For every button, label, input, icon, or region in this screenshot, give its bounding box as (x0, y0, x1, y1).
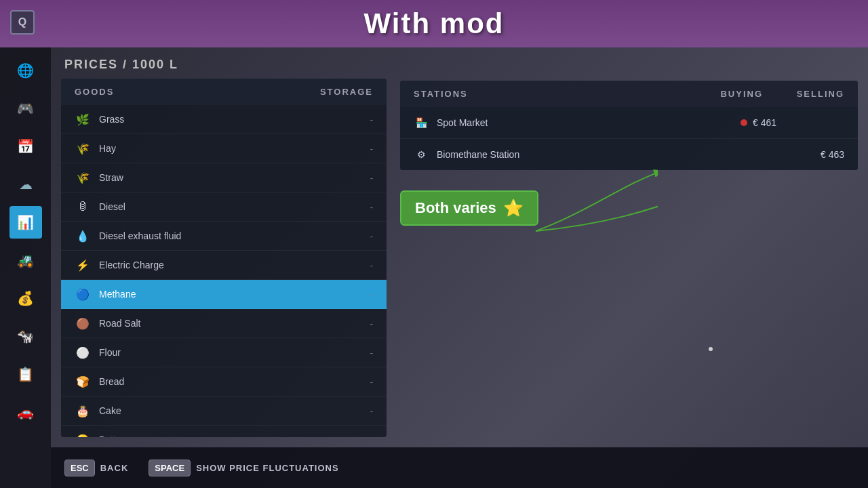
left-panel: PRICES / 1000 L GOODS STORAGE 🌿 Grass - … (61, 58, 387, 437)
goods-item[interactable]: 🌾 Hay - (61, 134, 387, 163)
sidebar-item-chart-icon[interactable]: 📊 (9, 206, 42, 239)
goods-item[interactable]: 🌿 Grass - (61, 105, 387, 134)
sidebar: 🌐🎮📅☁📊🚜💰🐄📋🚗 (0, 47, 51, 488)
goods-item[interactable]: 🟡 Butter - (61, 426, 387, 437)
goods-name: Road Salt (99, 318, 370, 329)
goods-item[interactable]: 🟤 Road Salt - (61, 309, 387, 338)
star-icon: ⭐ (503, 199, 524, 218)
goods-item[interactable]: 🌾 Straw - (61, 163, 387, 192)
goods-icon: 🌾 (75, 169, 91, 186)
sidebar-item-tractor-icon[interactable]: 🚜 (9, 244, 42, 277)
goods-name: Methane (99, 289, 370, 300)
goods-icon: 💧 (75, 228, 91, 244)
goods-name: Flour (99, 347, 370, 358)
goods-name: Straw (99, 172, 370, 183)
stations-table: STATIONS BUYING SELLING 🏪 Spot Market € … (400, 81, 858, 170)
station-row[interactable]: 🏪 Spot Market € 461 (400, 107, 858, 139)
goods-storage: - (370, 173, 373, 183)
sidebar-item-cow-icon[interactable]: 🐄 (9, 320, 42, 352)
sidebar-item-cloud-icon[interactable]: ☁ (9, 168, 42, 201)
station-icon: 🏪 (414, 115, 429, 130)
goods-icon: 🌿 (75, 111, 91, 127)
panel-title: PRICES / 1000 L (61, 58, 387, 72)
goods-storage: - (370, 289, 373, 300)
station-buying: € 461 (695, 117, 776, 128)
station-icon: ⚙ (414, 147, 429, 162)
sidebar-item-wheel-icon[interactable]: 🎮 (9, 92, 42, 125)
goods-storage: - (370, 260, 373, 270)
q-button[interactable]: Q (10, 10, 35, 35)
goods-icon: 🍞 (75, 373, 91, 390)
both-varies-text: Both varies (415, 199, 496, 217)
station-selling: € 463 (776, 149, 844, 160)
buying-dot (741, 119, 747, 126)
goods-icon: 🔵 (75, 286, 91, 302)
selling-col-header: SELLING (790, 89, 844, 99)
goods-name: Cake (99, 405, 370, 416)
goods-storage: - (370, 348, 373, 358)
goods-col-header: GOODS (75, 87, 114, 97)
goods-icon: ⚡ (75, 257, 91, 273)
goods-name: Grass (99, 114, 370, 125)
station-row[interactable]: ⚙ Biomethane Station € 463 (400, 139, 858, 170)
goods-icon: 🌾 (75, 140, 91, 157)
right-panel: STATIONS BUYING SELLING 🏪 Spot Market € … (400, 58, 858, 437)
space-action: SPACE SHOW PRICE FLUCTUATIONS (149, 460, 338, 476)
sidebar-item-dollar-icon[interactable]: 💰 (9, 282, 42, 314)
goods-header: GOODS STORAGE (61, 79, 387, 105)
goods-storage: - (370, 406, 373, 416)
page-title: With mod (364, 7, 505, 40)
goods-storage: - (370, 319, 373, 329)
bottom-bar: ESC BACK SPACE SHOW PRICE FLUCTUATIONS (51, 447, 868, 488)
esc-key[interactable]: ESC (64, 460, 95, 476)
goods-storage: - (370, 202, 373, 212)
goods-name: Bread (99, 376, 370, 387)
top-bar: With mod (0, 0, 868, 47)
back-label: BACK (100, 463, 129, 473)
goods-storage: - (370, 144, 373, 154)
station-name: Biomethane Station (437, 149, 695, 160)
goods-storage: - (370, 435, 373, 438)
goods-name: Butter (99, 434, 370, 437)
sidebar-item-globe-icon[interactable]: 🌐 (9, 54, 42, 87)
buying-col-header: BUYING (720, 89, 763, 99)
goods-icon: 🎂 (75, 403, 91, 419)
goods-icon: 🟡 (75, 432, 91, 437)
goods-storage: - (370, 115, 373, 125)
stations-col-header: STATIONS (414, 89, 468, 99)
goods-name: Diesel (99, 201, 370, 212)
goods-item[interactable]: 🎂 Cake - (61, 396, 387, 426)
goods-item[interactable]: ⚪ Flour - (61, 338, 387, 367)
both-varies-container: Both varies ⭐ (400, 190, 858, 226)
goods-storage: - (370, 231, 373, 241)
space-key[interactable]: SPACE (149, 460, 191, 476)
goods-item[interactable]: 🍞 Bread - (61, 367, 387, 396)
goods-storage: - (370, 377, 373, 387)
goods-item[interactable]: ⚡ Electric Charge - (61, 251, 387, 280)
goods-icon: 🛢 (75, 199, 91, 215)
goods-icon: ⚪ (75, 344, 91, 361)
sidebar-item-list-icon[interactable]: 📋 (9, 358, 42, 390)
goods-name: Electric Charge (99, 260, 370, 270)
goods-item[interactable]: 🔵 Methane - (61, 280, 387, 309)
fluctuations-label: SHOW PRICE FLUCTUATIONS (196, 463, 339, 473)
goods-item[interactable]: 💧 Diesel exhaust fluid - (61, 222, 387, 251)
goods-list[interactable]: 🌿 Grass - 🌾 Hay - 🌾 Straw - 🛢 Diesel - 💧… (61, 105, 387, 437)
goods-icon: 🟤 (75, 315, 91, 331)
goods-table: GOODS STORAGE 🌿 Grass - 🌾 Hay - 🌾 Straw … (61, 79, 387, 437)
station-name: Spot Market (437, 117, 695, 128)
both-varies-badge: Both varies ⭐ (400, 190, 538, 226)
main-content: PRICES / 1000 L GOODS STORAGE 🌿 Grass - … (51, 47, 868, 447)
stations-header: STATIONS BUYING SELLING (400, 81, 858, 107)
goods-name: Diesel exhaust fluid (99, 230, 370, 241)
storage-col-header: STORAGE (320, 87, 373, 97)
stations-rows: 🏪 Spot Market € 461 ⚙ Biomethane Station… (400, 107, 858, 170)
sidebar-item-vehicle-icon[interactable]: 🚗 (9, 396, 42, 428)
goods-name: Hay (99, 143, 370, 154)
sidebar-item-calendar-icon[interactable]: 📅 (9, 130, 42, 163)
goods-item[interactable]: 🛢 Diesel - (61, 192, 387, 222)
esc-action: ESC BACK (64, 460, 128, 476)
